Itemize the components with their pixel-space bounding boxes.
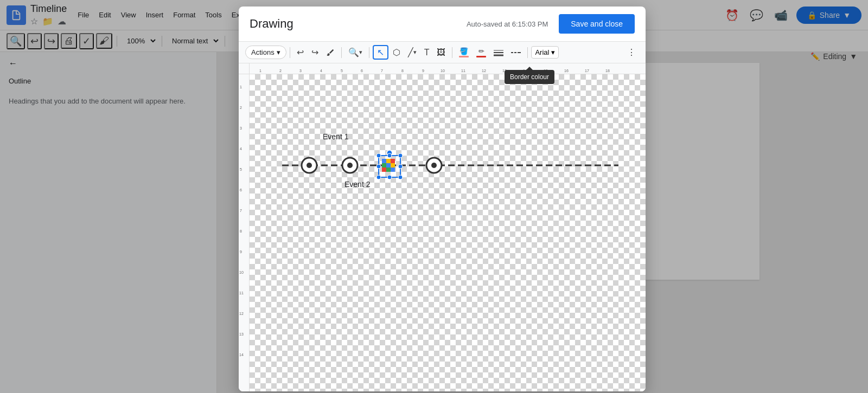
- dt-select-btn[interactable]: ↖: [373, 45, 388, 60]
- svg-point-23: [387, 175, 392, 179]
- font-label: Arial: [535, 48, 549, 56]
- canvas-container[interactable]: Event 1: [250, 74, 646, 391]
- svg-rect-11: [386, 163, 391, 167]
- svg-point-20: [387, 153, 392, 158]
- actions-button[interactable]: Actions ▾: [245, 46, 286, 59]
- svg-rect-9: [391, 159, 395, 163]
- svg-point-21: [376, 164, 381, 169]
- svg-point-16: [376, 153, 381, 158]
- svg-point-18: [376, 175, 381, 179]
- event1-text: Event 1: [323, 132, 349, 141]
- dt-paint-btn[interactable]: [323, 46, 338, 59]
- ruler-left: 1 2 3 4 5 6 7 8 9 10 11 12 13 14: [239, 63, 250, 391]
- dt-line-weight-btn[interactable]: [490, 47, 507, 59]
- dt-divider-4: [452, 47, 452, 58]
- timeline-svg: Event 1: [250, 74, 646, 391]
- dt-redo-btn[interactable]: ↪: [308, 45, 322, 60]
- dt-divider-5: [527, 47, 528, 58]
- border-tooltip-text: Border colour: [510, 73, 549, 81]
- ruler-top: 1 2 3 4 5 6 7 8 9 10 11 12 13 14 15 16 1…: [250, 63, 646, 74]
- dialog-title: Drawing: [250, 17, 293, 31]
- dt-text-btn[interactable]: T: [421, 46, 433, 60]
- drawing-canvas-area: 1 2 3 4 5 6 7 8 9 10 11 12 13 14 1 2: [239, 63, 646, 391]
- dt-divider-1: [290, 47, 290, 58]
- dt-more-btn-wrap: ⋮: [624, 45, 639, 60]
- timeline-node-2-inner: [347, 163, 353, 168]
- dt-line-btn[interactable]: ╱ ▾: [405, 45, 420, 60]
- dialog-header: Drawing Auto-saved at 6:15:03 PM Save an…: [239, 7, 646, 42]
- dt-line-dash-btn[interactable]: [508, 48, 524, 57]
- svg-point-22: [398, 164, 403, 169]
- drawing-canvas[interactable]: Event 1: [250, 74, 646, 391]
- timeline-node-4-inner: [431, 163, 437, 168]
- ruler-left-marks: 1 2 3 4 5 6 7 8 9 10 11 12 13 14: [239, 74, 249, 391]
- svg-rect-14: [386, 167, 391, 172]
- dt-more-btn[interactable]: ⋮: [624, 45, 639, 60]
- dt-divider-2: [341, 47, 342, 58]
- dt-undo-btn[interactable]: ↩: [293, 45, 307, 60]
- dt-shapes-btn[interactable]: ⬡: [390, 45, 404, 60]
- svg-rect-7: [382, 159, 386, 163]
- dt-divider-3: [369, 47, 369, 58]
- dialog-autosave: Auto-saved at 6:15:03 PM: [467, 20, 548, 28]
- save-close-button[interactable]: Save and close: [559, 14, 635, 34]
- selected-node-group: [376, 153, 403, 179]
- font-chevron: ▾: [551, 48, 555, 56]
- timeline-node-1-inner: [307, 163, 312, 168]
- event2-text: Event 2: [344, 180, 371, 189]
- svg-rect-12: [391, 163, 395, 167]
- dt-zoom-btn[interactable]: 🔍 ▾: [345, 45, 366, 60]
- dt-font-select[interactable]: Arial ▾: [531, 46, 559, 59]
- dt-image-btn[interactable]: 🖼: [433, 46, 449, 60]
- actions-label: Actions: [251, 48, 275, 56]
- svg-rect-10: [382, 163, 386, 167]
- svg-rect-8: [386, 159, 391, 163]
- canvas-with-ruler: 1 2 3 4 5 6 7 8 9 10 11 12 13 14 15 16 1…: [250, 63, 646, 391]
- dt-fill-color-btn[interactable]: 🪣: [456, 45, 472, 60]
- border-colour-tooltip: Border colour: [505, 70, 554, 84]
- drawing-toolbar: Actions ▾ ↩ ↪ 🔍 ▾ ↖ ⬡ ╱ ▾ T 🖼 🪣 ✏: [239, 42, 646, 63]
- svg-point-17: [398, 153, 403, 158]
- dt-border-color-btn[interactable]: ✏: [473, 45, 489, 60]
- svg-rect-13: [382, 167, 386, 172]
- svg-rect-15: [391, 167, 395, 172]
- actions-chevron: ▾: [277, 48, 280, 56]
- svg-point-19: [398, 175, 403, 179]
- ruler-corner: [239, 63, 250, 74]
- drawing-dialog: Drawing Auto-saved at 6:15:03 PM Save an…: [239, 7, 646, 391]
